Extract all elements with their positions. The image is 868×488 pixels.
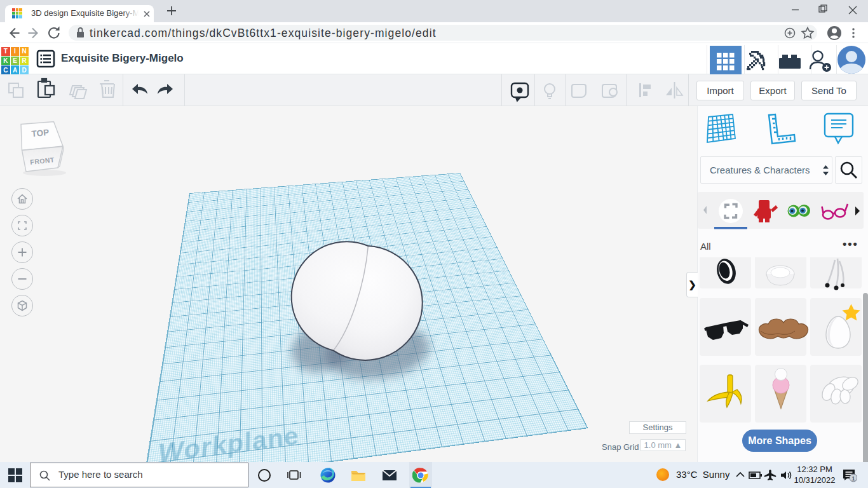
svg-text:1: 1: [851, 475, 855, 482]
svg-text:TOP: TOP: [31, 128, 50, 139]
